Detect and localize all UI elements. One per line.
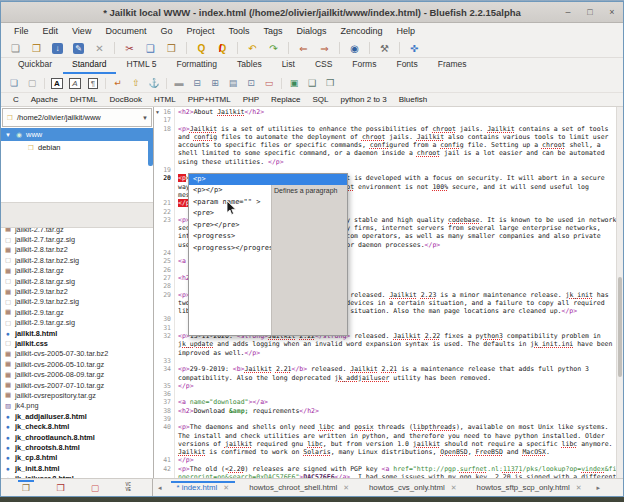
lang-replace[interactable]: Replace bbox=[265, 95, 306, 104]
lang-php[interactable]: PHP bbox=[237, 95, 265, 104]
lang-c[interactable]: C bbox=[7, 95, 25, 104]
thumbnail-icon[interactable]: ❑ bbox=[303, 76, 321, 90]
file-item[interactable]: ▦jailkit-2.9.tar.bz2 bbox=[4, 286, 153, 296]
file-item[interactable]: ▦jailkit-2.8.tar.bz2 bbox=[4, 245, 153, 255]
file-item[interactable]: ▦jailkit-cvs-2006-05-10.tar.gz bbox=[4, 359, 153, 369]
autocomplete-item[interactable]: <p></p> bbox=[189, 185, 271, 197]
doc-tab[interactable]: howtos_chroot_shell.html✕ bbox=[239, 481, 359, 494]
table-tag-icon[interactable]: ⊞ bbox=[206, 76, 224, 90]
file-item[interactable]: ▢jailkit-2.7.tar.gz.sig bbox=[4, 234, 153, 244]
menu-tags[interactable]: Tags bbox=[256, 26, 289, 36]
expander-icon[interactable]: ▼ bbox=[5, 132, 12, 138]
file-item[interactable]: ●jk_chrootsh.8.html bbox=[4, 442, 153, 452]
file-item[interactable]: ▦jailkit-2.8.tar.gz bbox=[4, 266, 153, 276]
menu-dialogs[interactable]: Dialogs bbox=[289, 26, 333, 36]
close-tab-icon[interactable]: ✕ bbox=[343, 484, 349, 492]
menu-file[interactable]: File bbox=[7, 26, 36, 36]
table-row-tag-icon[interactable]: ▤ bbox=[224, 76, 242, 90]
open-file-icon[interactable]: ❐ bbox=[26, 41, 47, 56]
cut-icon[interactable]: ✂ bbox=[119, 41, 140, 56]
menu-go[interactable]: Go bbox=[153, 26, 179, 36]
find-replace-icon[interactable]: Q/ bbox=[212, 41, 233, 56]
center-tag-icon[interactable]: ⊟ bbox=[188, 76, 206, 90]
sidebar-tab-snippets[interactable]: ▢ bbox=[91, 483, 100, 493]
tab-tables[interactable]: Tables bbox=[228, 57, 271, 74]
file-item[interactable]: ●jailkit.8.html bbox=[4, 328, 153, 338]
frameset-tag-icon[interactable]: ⊡ bbox=[242, 76, 260, 90]
close-tab-icon[interactable]: ✕ bbox=[223, 484, 229, 492]
close-file-icon[interactable]: ✕ bbox=[89, 41, 110, 56]
file-item[interactable]: ●jk_addjailuser.8.html bbox=[4, 411, 153, 421]
tab-forms[interactable]: Forms bbox=[343, 57, 385, 74]
lang-html[interactable]: HTML bbox=[148, 95, 182, 104]
doc-tab[interactable]: howtos_cvs_only.html✕ bbox=[359, 481, 467, 494]
autocomplete-item[interactable]: <progress></progress> bbox=[189, 243, 271, 255]
menu-edit[interactable]: Edit bbox=[36, 26, 66, 36]
insert-image-icon[interactable]: ▣ bbox=[285, 76, 303, 90]
anchor-tag-icon[interactable]: ⚓ bbox=[145, 76, 163, 90]
file-item[interactable]: ●jk_init.8.html bbox=[4, 463, 153, 473]
editor-scrollbar[interactable] bbox=[616, 107, 623, 478]
tree-item-www[interactable]: ▼◉www bbox=[1, 128, 153, 141]
code-text[interactable]: <p>The old (<2.20) releases are signed w… bbox=[175, 465, 617, 478]
file-item[interactable]: ▦jailkit-cvs-2006-08-09.tar.gz bbox=[4, 369, 153, 379]
file-item[interactable]: ▦jailkit-2.9.tar.gz bbox=[4, 307, 153, 317]
autocomplete-selected-item[interactable]: <p> bbox=[189, 174, 347, 185]
preferences-icon[interactable]: ⚒ bbox=[374, 41, 395, 56]
code-text[interactable]: <p>The daemons and shells only need libc… bbox=[175, 423, 617, 456]
menu-zencoding[interactable]: Zencoding bbox=[334, 26, 390, 36]
autocomplete-item[interactable]: <progress> bbox=[189, 231, 271, 243]
comment-tag-icon[interactable]: ▭ bbox=[260, 76, 278, 90]
undo-icon[interactable]: ↶ bbox=[242, 41, 263, 56]
menu-view[interactable]: View bbox=[65, 26, 98, 36]
lang-docbook[interactable]: DocBook bbox=[103, 95, 147, 104]
doc-tab[interactable]: * index.html✕ bbox=[167, 481, 240, 494]
close-tab-icon[interactable]: ✕ bbox=[451, 484, 457, 492]
find-icon[interactable]: Q bbox=[191, 41, 212, 56]
sidebar-tab-filebrowser[interactable]: ❐ bbox=[22, 483, 30, 493]
file-item[interactable]: ▢jailkit-2.8.tar.bz2.sig bbox=[4, 255, 153, 265]
tab-frames[interactable]: Frames bbox=[429, 57, 476, 74]
synchronize-icon[interactable]: ✜ bbox=[404, 41, 425, 56]
minimize-button[interactable]: ‒ bbox=[563, 7, 573, 17]
title-bar[interactable]: * Jailkit local WWW - index.html (/home2… bbox=[1, 2, 623, 23]
tab-html-5[interactable]: HTML 5 bbox=[118, 57, 166, 74]
nbsp-tag-icon[interactable]: ⇧ bbox=[127, 76, 145, 90]
autocomplete-item[interactable]: <pre></pre> bbox=[189, 220, 271, 232]
lang-sql[interactable]: SQL bbox=[306, 95, 334, 104]
code-text[interactable]: <p>Jailkit is a set of utilities to enha… bbox=[175, 125, 617, 166]
quickstart-icon[interactable]: ❏ bbox=[5, 76, 23, 90]
code-text[interactable]: </p> bbox=[175, 382, 617, 390]
code-text[interactable]: <p>29-9-2019: <b>Jailkit 2.21</b> releas… bbox=[175, 365, 617, 382]
tab-css[interactable]: CSS bbox=[306, 57, 341, 74]
tab-formatting[interactable]: Formatting bbox=[167, 57, 226, 74]
body-tag-icon[interactable]: ▢ bbox=[23, 76, 41, 90]
new-file-icon[interactable]: ❏ bbox=[5, 41, 26, 56]
code-text[interactable] bbox=[175, 116, 617, 124]
redo-icon[interactable]: ↷ bbox=[263, 41, 284, 56]
unindent-icon[interactable]: ⇐ bbox=[293, 41, 314, 56]
code-text[interactable]: <h2>Download &amp; requirements</h2> bbox=[175, 407, 617, 415]
menu-document[interactable]: Document bbox=[98, 26, 153, 36]
file-item[interactable]: ▢jailkit-2.9.tar.bz2.sig bbox=[4, 297, 153, 307]
menu-tools[interactable]: Tools bbox=[221, 26, 256, 36]
file-item[interactable]: ●jk_cp.8.html bbox=[4, 453, 153, 463]
sidebar-scrollbar[interactable] bbox=[148, 131, 153, 166]
file-item[interactable]: ▦jailkit-cvs-2007-07-10.tar.gz bbox=[4, 380, 153, 390]
close-tab-icon[interactable]: ✕ bbox=[576, 484, 582, 492]
sidebar-tab-bookmarks[interactable]: ❒ bbox=[56, 483, 64, 493]
maximize-button[interactable]: □ bbox=[585, 7, 595, 17]
copy-icon[interactable]: ❑ bbox=[140, 41, 161, 56]
tab-list[interactable]: List bbox=[273, 57, 304, 74]
tab-standard[interactable]: Standard bbox=[63, 57, 116, 74]
break-tag-icon[interactable]: ↵ bbox=[109, 76, 127, 90]
code-text[interactable]: </p> bbox=[175, 456, 617, 464]
lang-python-2-to-3[interactable]: python 2 to 3 bbox=[334, 95, 392, 104]
code-text[interactable] bbox=[175, 390, 617, 398]
menu-help[interactable]: Help bbox=[390, 26, 423, 36]
pane-splitter[interactable] bbox=[1, 202, 153, 228]
doc-tab[interactable]: howtos_sftp_scp_only.html✕ bbox=[467, 481, 592, 494]
rule-tag-icon[interactable]: ▬ bbox=[170, 76, 188, 90]
editor-area[interactable]: ▼ 16<h2>About Jailkit</h2>1718<p>Jailkit… bbox=[154, 107, 623, 478]
multi-thumbnail-icon[interactable]: ❒ bbox=[321, 76, 339, 90]
